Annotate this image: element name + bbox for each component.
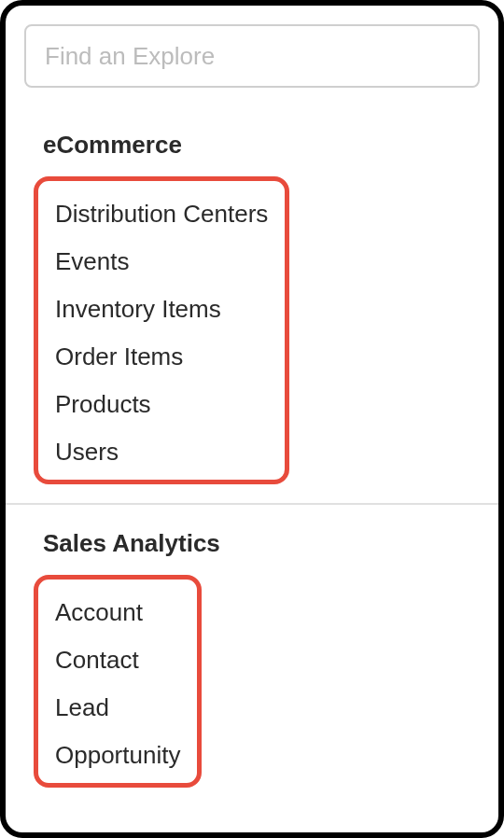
explore-item-account[interactable]: Account [49,589,186,636]
highlight-box-sales-analytics: Account Contact Lead Opportunity [34,575,202,788]
section-sales-analytics: Sales Analytics Account Contact Lead Opp… [6,503,498,797]
explore-item-order-items[interactable]: Order Items [49,333,273,381]
explore-item-products[interactable]: Products [49,381,273,428]
section-title-ecommerce: eCommerce [6,125,498,171]
explore-item-users[interactable]: Users [49,428,273,476]
explore-item-distribution-centers[interactable]: Distribution Centers [49,190,273,238]
explore-item-events[interactable]: Events [49,238,273,286]
highlight-box-ecommerce: Distribution Centers Events Inventory It… [34,176,289,484]
section-ecommerce: eCommerce Distribution Centers Events In… [6,106,498,494]
explore-item-contact[interactable]: Contact [49,636,186,684]
explore-item-inventory-items[interactable]: Inventory Items [49,286,273,333]
explore-item-lead[interactable]: Lead [49,684,186,732]
explore-item-opportunity[interactable]: Opportunity [49,732,186,779]
search-input[interactable] [24,24,480,88]
explore-panel: eCommerce Distribution Centers Events In… [0,0,504,838]
section-title-sales-analytics: Sales Analytics [6,524,498,569]
